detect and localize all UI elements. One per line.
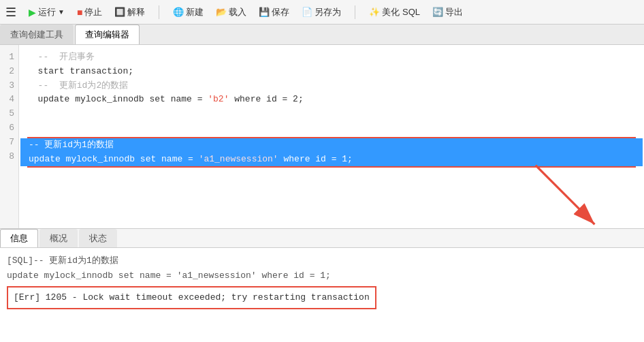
run-button[interactable]: ▶ 运行 ▼ [25,5,69,20]
stop-button[interactable]: ■ 停止 [73,5,106,20]
stop-label: 停止 [84,6,102,18]
tab-query-editor[interactable]: 查询编辑器 [75,25,140,44]
saveas-icon: 📄 [302,7,312,17]
editor-content: 1 2 3 4 5 6 7 8 -- 开启事务 start transactio… [0,45,644,228]
load-label: 载入 [229,6,246,18]
toolbar: ☰ ▶ 运行 ▼ ■ 停止 🔲 解释 🌐 新建 📂 载入 💾 保存 [0,0,644,25]
query-tabs: 查询创建工具 查询编辑器 [0,25,644,45]
panel-content: [SQL]-- 更新id为1的数据 update mylock_innodb s… [0,248,644,342]
code-line-7: -- 更新id为1的数据 [20,138,643,153]
new-button[interactable]: 🌐 新建 [169,5,208,20]
run-group: ▶ 运行 ▼ ■ 停止 🔲 解释 [25,5,149,20]
load-button[interactable]: 📂 载入 [212,5,251,20]
sql-statement-line: update mylock_innodb set name = 'a1_news… [7,268,637,283]
new-label: 新建 [186,6,204,18]
run-icon: ▶ [29,7,36,18]
export-label: 导出 [445,6,463,18]
file-group: 🌐 新建 📂 载入 💾 保存 📄 另存为 [169,5,345,20]
save-icon: 💾 [259,7,270,17]
separator-1 [159,5,159,19]
explain-button[interactable]: 🔲 解释 [110,5,149,20]
menu-icon[interactable]: ☰ [5,5,16,20]
tab-query-builder[interactable]: 查询创建工具 [0,25,74,44]
load-icon: 📂 [216,7,227,17]
code-line-3: -- 更新id为2的数据 [27,79,636,93]
run-dropdown-icon[interactable]: ▼ [58,8,65,16]
saveas-button[interactable]: 📄 另存为 [297,5,345,20]
save-label: 保存 [272,6,289,18]
export-button[interactable]: 🔄 导出 [428,5,467,20]
saveas-label: 另存为 [315,6,341,18]
highlighted-block: -- 更新id为1的数据 update mylock_innodb set na… [27,137,636,168]
export-icon: 🔄 [432,7,443,17]
beautify-label: 美化 SQL [382,6,420,18]
line-numbers: 1 2 3 4 5 6 7 8 [0,45,19,228]
explain-icon: 🔲 [114,7,125,17]
panel-tab-info[interactable]: 信息 [0,229,38,247]
code-line-6 [27,121,636,136]
panel-tab-overview[interactable]: 概况 [39,229,78,247]
code-content[interactable]: -- 开启事务 start transaction; -- 更新id为2的数据 … [19,45,644,228]
editor-area[interactable]: 1 2 3 4 5 6 7 8 -- 开启事务 start transactio… [0,45,644,229]
bottom-panel: 信息 概况 状态 [SQL]-- 更新id为1的数据 update mylock… [0,229,644,342]
code-line-8: update mylock_innodb set name = 'a1_news… [20,153,643,167]
code-line-4: update mylock_innodb set name = 'b2' whe… [27,93,636,107]
panel-tab-status[interactable]: 状态 [79,229,117,247]
beautify-icon: ✨ [369,7,380,17]
beautify-button[interactable]: ✨ 美化 SQL [365,5,424,20]
run-label: 运行 [38,6,56,18]
stop-icon: ■ [77,7,82,18]
code-line-5 [27,107,636,121]
code-line-2: start transaction; [27,65,636,79]
new-icon: 🌐 [173,7,184,17]
explain-label: 解释 [127,6,145,18]
panel-tabs: 信息 概况 状态 [0,229,644,248]
save-button[interactable]: 💾 保存 [255,5,293,20]
sql-comment-line: [SQL]-- 更新id为1的数据 [7,253,637,268]
code-line-1: -- 开启事务 [27,50,636,65]
error-message: [Err] 1205 - Lock wait timeout exceeded;… [7,286,376,309]
separator-2 [355,5,355,19]
sql-group: ✨ 美化 SQL 🔄 导出 [365,5,467,20]
